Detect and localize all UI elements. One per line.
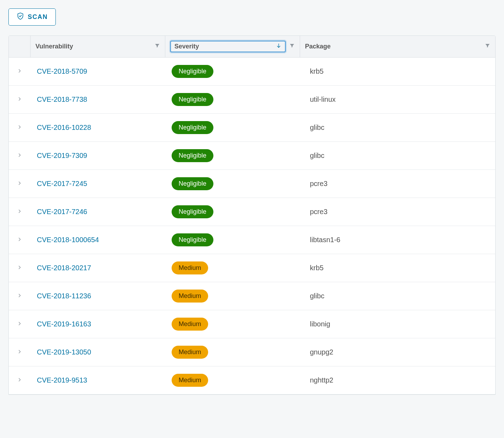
cve-link[interactable]: CVE-2019-7309 — [37, 152, 87, 159]
table-row: CVE-2019-13050Mediumgnupg2 — [9, 338, 495, 366]
table-row: CVE-2018-7738Negligibleutil-linux — [9, 86, 495, 114]
column-label: Package — [305, 43, 331, 50]
vulnerability-cell: CVE-2019-7309 — [31, 152, 165, 160]
severity-cell: Negligible — [165, 65, 300, 78]
severity-badge: Negligible — [172, 121, 213, 134]
package-name: glibc — [310, 124, 324, 131]
severity-badge: Medium — [172, 290, 208, 303]
column-header-package[interactable]: Package — [300, 36, 495, 57]
package-cell: krb5 — [300, 67, 495, 75]
severity-badge: Negligible — [172, 93, 213, 106]
table-row: CVE-2019-16163Mediumlibonig — [9, 310, 495, 338]
table-row: CVE-2019-7309Negligibleglibc — [9, 142, 495, 170]
expand-cell — [9, 152, 31, 159]
chevron-right-icon[interactable] — [17, 152, 22, 159]
package-cell: krb5 — [300, 264, 495, 272]
cve-link[interactable]: CVE-2017-7246 — [37, 208, 87, 215]
package-name: util-linux — [310, 95, 336, 103]
table-row: CVE-2018-5709Negligiblekrb5 — [9, 58, 495, 86]
package-cell: pcre3 — [300, 208, 495, 216]
severity-badge: Negligible — [172, 149, 213, 162]
chevron-right-icon[interactable] — [17, 265, 22, 272]
filter-icon[interactable] — [289, 43, 295, 50]
sort-active-box[interactable]: Severity — [170, 41, 286, 52]
table-row: CVE-2018-1000654Negligiblelibtasn1-6 — [9, 226, 495, 254]
severity-cell: Negligible — [165, 149, 300, 162]
severity-badge: Medium — [172, 261, 208, 274]
package-name: libonig — [310, 320, 330, 328]
table-row: CVE-2018-20217Mediumkrb5 — [9, 254, 495, 282]
chevron-right-icon[interactable] — [17, 349, 22, 356]
column-header-vulnerability[interactable]: Vulnerability — [31, 36, 165, 57]
severity-badge: Medium — [172, 346, 208, 359]
scan-button[interactable]: SCAN — [8, 8, 56, 26]
vulnerability-cell: CVE-2017-7245 — [31, 180, 165, 188]
severity-cell: Medium — [165, 374, 300, 387]
expand-cell — [9, 321, 31, 328]
expand-cell — [9, 293, 31, 300]
cve-link[interactable]: CVE-2018-7738 — [37, 95, 87, 103]
expand-cell — [9, 377, 31, 384]
package-name: pcre3 — [310, 180, 327, 187]
vulnerabilities-table: Vulnerability Severity — [8, 35, 496, 395]
chevron-right-icon[interactable] — [17, 180, 22, 187]
chevron-right-icon[interactable] — [17, 377, 22, 384]
package-cell: nghttp2 — [300, 376, 495, 384]
table-row: CVE-2019-9513Mediumnghttp2 — [9, 366, 495, 394]
vulnerability-cell: CVE-2018-7738 — [31, 95, 165, 104]
cve-link[interactable]: CVE-2019-13050 — [37, 348, 91, 356]
chevron-right-icon[interactable] — [17, 321, 22, 328]
column-expand — [9, 36, 31, 57]
expand-cell — [9, 180, 31, 187]
package-name: krb5 — [310, 264, 324, 272]
chevron-right-icon[interactable] — [17, 237, 22, 244]
cve-link[interactable]: CVE-2017-7245 — [37, 180, 87, 187]
package-name: nghttp2 — [310, 376, 333, 384]
severity-badge: Negligible — [172, 177, 213, 190]
vulnerability-cell: CVE-2018-11236 — [31, 292, 165, 300]
vulnerability-cell: CVE-2019-16163 — [31, 320, 165, 328]
column-header-severity[interactable]: Severity — [165, 36, 300, 57]
package-name: pcre3 — [310, 208, 327, 215]
package-name: krb5 — [310, 67, 324, 75]
column-label: Severity — [174, 43, 199, 50]
cve-link[interactable]: CVE-2018-11236 — [37, 292, 91, 300]
filter-icon[interactable] — [154, 43, 160, 50]
cve-link[interactable]: CVE-2016-10228 — [37, 124, 91, 131]
cve-link[interactable]: CVE-2018-5709 — [37, 67, 87, 75]
chevron-right-icon[interactable] — [17, 293, 22, 300]
expand-cell — [9, 265, 31, 272]
expand-cell — [9, 349, 31, 356]
severity-cell: Medium — [165, 318, 300, 331]
vulnerability-cell: CVE-2019-9513 — [31, 376, 165, 384]
severity-badge: Medium — [172, 318, 208, 331]
vulnerability-cell: CVE-2018-5709 — [31, 67, 165, 75]
cve-link[interactable]: CVE-2019-16163 — [37, 320, 91, 328]
expand-cell — [9, 237, 31, 244]
expand-cell — [9, 208, 31, 215]
vulnerability-cell: CVE-2017-7246 — [31, 208, 165, 216]
cve-link[interactable]: CVE-2018-1000654 — [37, 236, 99, 244]
package-cell: libonig — [300, 320, 495, 328]
severity-badge: Negligible — [172, 233, 213, 246]
filter-icon[interactable] — [485, 43, 490, 50]
cve-link[interactable]: CVE-2018-20217 — [37, 264, 91, 272]
expand-cell — [9, 68, 31, 75]
table-header-row: Vulnerability Severity — [9, 36, 495, 58]
chevron-right-icon[interactable] — [17, 96, 22, 103]
severity-cell: Negligible — [165, 177, 300, 190]
severity-badge: Negligible — [172, 205, 213, 218]
chevron-right-icon[interactable] — [17, 208, 22, 215]
chevron-right-icon[interactable] — [17, 124, 22, 131]
package-name: libtasn1-6 — [310, 236, 340, 244]
expand-cell — [9, 124, 31, 131]
vulnerability-cell: CVE-2018-1000654 — [31, 236, 165, 244]
cve-link[interactable]: CVE-2019-9513 — [37, 376, 87, 384]
chevron-right-icon[interactable] — [17, 68, 22, 75]
vulnerability-cell: CVE-2016-10228 — [31, 124, 165, 132]
severity-badge: Negligible — [172, 65, 213, 78]
expand-cell — [9, 96, 31, 103]
severity-cell: Negligible — [165, 121, 300, 134]
vulnerability-cell: CVE-2019-13050 — [31, 348, 165, 356]
severity-cell: Medium — [165, 290, 300, 303]
